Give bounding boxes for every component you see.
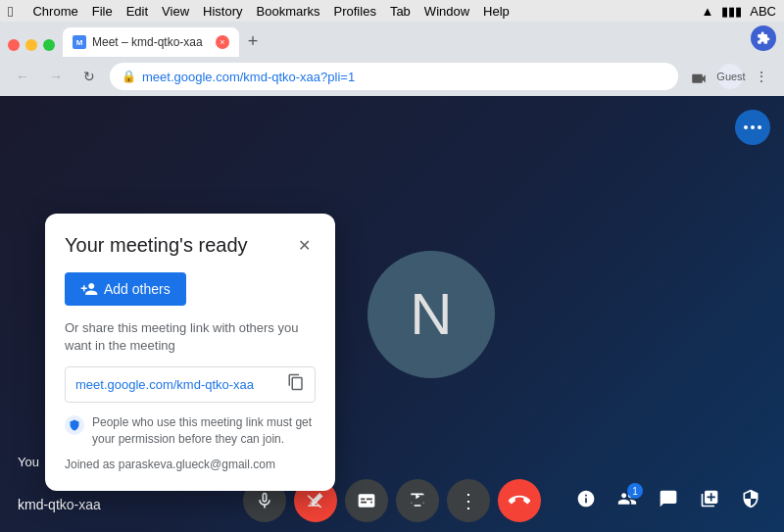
menu-tab[interactable]: Tab — [390, 4, 411, 19]
chrome-menu-button[interactable]: ⋮ — [749, 64, 774, 89]
people-badge: 1 — [627, 483, 643, 499]
menu-bookmarks[interactable]: Bookmarks — [257, 4, 320, 19]
end-call-button[interactable] — [498, 479, 541, 522]
menu-file[interactable]: File — [92, 4, 113, 19]
wifi-icon: ▲ — [701, 4, 713, 19]
forward-button[interactable]: → — [43, 64, 69, 89]
dot1 — [744, 125, 748, 129]
main-content: N You kmd-qtko-xaa ⋮ — [0, 96, 784, 532]
security-text: People who use this meeting link must ge… — [92, 414, 316, 448]
participant-avatar: N — [368, 251, 495, 378]
avatar-letter: N — [410, 280, 452, 348]
profile-label: Guest — [716, 71, 745, 82]
menu-items: Chrome File Edit View History Bookmarks … — [32, 4, 509, 19]
maximize-window-button[interactable] — [43, 39, 55, 51]
url-text: meet.google.com/kmd-qtko-xaa?pli=1 — [142, 70, 666, 84]
more-options-button[interactable] — [735, 110, 770, 145]
menu-bar:  Chrome File Edit View History Bookmark… — [0, 0, 784, 22]
tab-title: Meet – kmd-qtko-xaa — [92, 35, 210, 49]
address-field[interactable]: 🔒 meet.google.com/kmd-qtko-xaa?pli=1 — [110, 63, 678, 90]
meeting-ready-popup: Your meeting's ready ✕ Add others Or sha… — [45, 214, 335, 491]
info-button[interactable] — [566, 479, 606, 518]
minimize-window-button[interactable] — [25, 39, 37, 51]
browser-tab[interactable]: M Meet – kmd-qtko-xaa × — [63, 27, 239, 57]
joined-as-text: Joined as paraskeva.glueck@gmail.com — [65, 458, 316, 471]
extensions-button[interactable] — [751, 25, 776, 51]
tab-favicon: M — [73, 35, 86, 49]
you-label: You — [18, 455, 39, 469]
popup-close-button[interactable]: ✕ — [292, 233, 316, 257]
popup-header: Your meeting's ready ✕ — [65, 233, 316, 257]
shield-icon — [65, 415, 84, 435]
address-bar-right: Guest ⋮ — [686, 64, 774, 89]
more-controls-button[interactable]: ⋮ — [447, 479, 490, 522]
copy-link-button[interactable] — [287, 373, 305, 396]
people-button[interactable]: 1 — [608, 479, 647, 518]
menu-edit[interactable]: Edit — [126, 4, 148, 19]
address-bar: ← → ↻ 🔒 meet.google.com/kmd-qtko-xaa?pli… — [0, 57, 784, 96]
back-button[interactable]: ← — [10, 64, 35, 89]
security-note: People who use this meeting link must ge… — [65, 414, 316, 448]
menu-profiles[interactable]: Profiles — [334, 4, 376, 19]
chat-button[interactable] — [649, 479, 688, 518]
menu-help[interactable]: Help — [483, 4, 510, 19]
activities-button[interactable] — [690, 479, 729, 518]
dot2 — [751, 125, 755, 129]
add-others-label: Add others — [104, 281, 171, 297]
apple-menu[interactable]:  — [8, 3, 13, 20]
menu-chrome[interactable]: Chrome — [32, 4, 77, 19]
menu-view[interactable]: View — [162, 4, 189, 19]
meeting-id-label: kmd-qtko-xaa — [18, 497, 101, 512]
browser: M Meet – kmd-qtko-xaa × + ← → ↻ 🔒 meet.g… — [0, 22, 784, 532]
battery-icon: ▮▮▮ — [721, 4, 742, 19]
window-controls — [8, 39, 63, 57]
profile-button[interactable]: Guest — [717, 64, 743, 89]
menu-window[interactable]: Window — [424, 4, 469, 19]
link-box: meet.google.com/kmd-qtko-xaa — [65, 366, 316, 403]
tab-bar-right — [751, 25, 776, 57]
new-tab-button[interactable]: + — [239, 27, 267, 55]
captions-button[interactable] — [345, 479, 388, 522]
add-others-button[interactable]: Add others — [65, 272, 186, 306]
reload-button[interactable]: ↻ — [76, 64, 102, 89]
right-controls: 1 — [566, 479, 770, 518]
menu-bar-right: ▲ ▮▮▮ ABC — [701, 4, 776, 19]
menu-history[interactable]: History — [203, 4, 242, 19]
dot3 — [758, 125, 761, 129]
tab-bar: M Meet – kmd-qtko-xaa × + — [0, 22, 784, 57]
tab-close-button[interactable]: × — [216, 35, 229, 49]
camera-permission-icon[interactable] — [686, 64, 711, 89]
popup-title: Your meeting's ready — [65, 233, 248, 257]
safety-button[interactable] — [731, 479, 770, 518]
present-button[interactable] — [396, 479, 439, 522]
participant-avatar-area: N — [368, 251, 495, 378]
lock-icon: 🔒 — [122, 70, 136, 83]
close-window-button[interactable] — [8, 39, 20, 51]
meeting-link-text: meet.google.com/kmd-qtko-xaa — [75, 377, 279, 392]
time-text: ABC — [750, 4, 776, 19]
popup-description: Or share this meeting link with others y… — [65, 319, 316, 355]
